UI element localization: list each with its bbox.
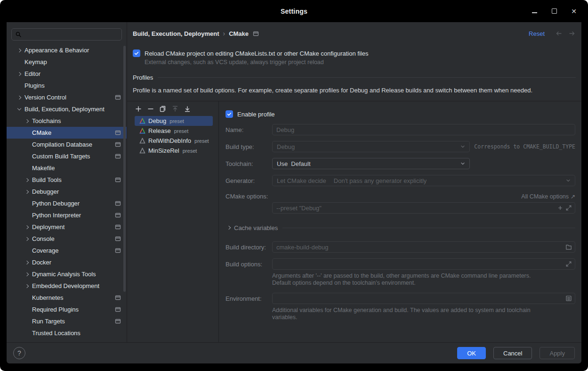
folder-icon[interactable] bbox=[565, 244, 572, 250]
close-button[interactable]: ✕ bbox=[570, 8, 578, 15]
cache-variables-toggle[interactable]: Cache variables bbox=[226, 223, 575, 232]
all-cmake-options-link[interactable]: All CMake options ↗ bbox=[521, 193, 575, 200]
sidebar-item-compilation-database[interactable]: Compilation Database bbox=[7, 139, 127, 150]
build-directory-input[interactable] bbox=[273, 242, 564, 252]
sidebar-item-python-debugger[interactable]: Python Debugger bbox=[7, 198, 127, 209]
chevron-icon[interactable] bbox=[24, 212, 30, 219]
apply-button[interactable]: Apply bbox=[540, 347, 575, 359]
reload-checkbox[interactable] bbox=[133, 49, 140, 57]
copy-profile-button[interactable] bbox=[159, 105, 167, 113]
build-options-input[interactable] bbox=[273, 259, 564, 269]
move-up-button[interactable] bbox=[171, 105, 179, 113]
environment-input[interactable] bbox=[273, 293, 564, 304]
profile-row-minsizerel[interactable]: MinSizeRel preset bbox=[127, 146, 218, 156]
sidebar-item-build-execution-deployment[interactable]: Build, Execution, Deployment bbox=[7, 103, 127, 115]
settings-search-box[interactable] bbox=[11, 28, 122, 41]
nav-back-button[interactable] bbox=[555, 30, 563, 37]
name-input[interactable] bbox=[272, 124, 575, 135]
chevron-icon[interactable] bbox=[16, 82, 23, 89]
minimize-button[interactable] bbox=[531, 8, 538, 15]
chevron-icon[interactable] bbox=[24, 283, 30, 289]
sidebar-item-kubernetes[interactable]: Kubernetes bbox=[7, 292, 127, 304]
toolchain-select[interactable]: Use Default bbox=[272, 158, 470, 169]
chevron-icon[interactable] bbox=[24, 330, 30, 337]
profiles-section-title: Profiles bbox=[133, 74, 153, 81]
sidebar-item-coverage[interactable]: Coverage bbox=[7, 245, 127, 256]
settings-sidebar: Appearance & Behavior Keymap Editor Plug… bbox=[7, 22, 127, 342]
sidebar-item-python-interpreter[interactable]: Python Interpreter bbox=[7, 209, 127, 221]
chevron-icon[interactable] bbox=[24, 165, 30, 172]
breadcrumb-item-cmake[interactable]: CMake bbox=[229, 30, 249, 37]
search-input[interactable] bbox=[24, 31, 118, 39]
settings-badge-icon bbox=[115, 306, 121, 313]
sidebar-item-deployment[interactable]: Deployment bbox=[7, 221, 127, 233]
cmake-options-input[interactable] bbox=[273, 203, 555, 213]
sidebar-item-plugins[interactable]: Plugins bbox=[7, 80, 127, 91]
sidebar-item-build-tools[interactable]: Build Tools bbox=[7, 174, 127, 186]
profile-row-release[interactable]: Release preset bbox=[127, 126, 218, 136]
chevron-icon[interactable] bbox=[16, 94, 23, 101]
chevron-icon[interactable] bbox=[24, 306, 30, 313]
chevron-icon[interactable] bbox=[24, 200, 30, 207]
chevron-icon[interactable] bbox=[24, 153, 30, 160]
remove-profile-button[interactable] bbox=[147, 105, 154, 113]
profile-row-debug[interactable]: Debug preset bbox=[127, 116, 218, 126]
sidebar-item-toolchains[interactable]: Toolchains bbox=[7, 115, 127, 127]
chevron-icon[interactable] bbox=[24, 236, 30, 242]
sidebar-item-embedded-development[interactable]: Embedded Development bbox=[7, 280, 127, 292]
help-button[interactable]: ? bbox=[13, 347, 25, 359]
ok-button[interactable]: OK bbox=[457, 347, 486, 359]
chevron-icon[interactable] bbox=[16, 47, 23, 54]
sidebar-item-version-control[interactable]: Version Control bbox=[7, 91, 127, 103]
chevron-icon[interactable] bbox=[16, 106, 23, 113]
name-label: Name: bbox=[226, 126, 272, 133]
chevron-icon[interactable] bbox=[24, 295, 30, 301]
chevron-icon[interactable] bbox=[24, 259, 30, 266]
sidebar-item-custom-build-targets[interactable]: Custom Build Targets bbox=[7, 150, 127, 162]
sidebar-item-dynamic-analysis-tools[interactable]: Dynamic Analysis Tools bbox=[7, 268, 127, 280]
chevron-icon[interactable] bbox=[24, 224, 30, 231]
chevron-icon[interactable] bbox=[24, 318, 30, 325]
cmake-logo-icon bbox=[139, 118, 145, 124]
maximize-button[interactable] bbox=[550, 8, 558, 15]
generator-select[interactable]: Let CMake decide Don't pass any generato… bbox=[272, 175, 575, 186]
expand-icon[interactable] bbox=[565, 205, 572, 211]
build-type-select[interactable]: Debug bbox=[272, 141, 470, 152]
sidebar-item-console[interactable]: Console bbox=[7, 233, 127, 245]
chevron-icon[interactable] bbox=[24, 247, 30, 254]
profile-row-relwithdebinfo[interactable]: RelWithDebInfo preset bbox=[127, 136, 218, 146]
chevron-icon[interactable] bbox=[24, 271, 30, 278]
sidebar-item-run-targets[interactable]: Run Targets bbox=[7, 315, 127, 327]
enable-profile-checkbox[interactable] bbox=[226, 110, 233, 118]
sidebar-item-trusted-locations[interactable]: Trusted Locations bbox=[7, 327, 127, 339]
sidebar-item-cmake[interactable]: CMake bbox=[7, 127, 127, 139]
sidebar-item-makefile[interactable]: Makefile bbox=[7, 162, 127, 174]
arrow-right-icon bbox=[568, 30, 576, 37]
sidebar-item-appearance-behavior[interactable]: Appearance & Behavior bbox=[7, 44, 127, 56]
chevron-icon[interactable] bbox=[16, 71, 23, 77]
move-down-button[interactable] bbox=[184, 105, 191, 113]
sidebar-item-editor[interactable]: Editor bbox=[7, 68, 127, 80]
cmake-options-label: CMake options: bbox=[226, 193, 272, 200]
chevron-icon[interactable] bbox=[16, 59, 23, 66]
add-profile-button[interactable] bbox=[135, 105, 142, 113]
reset-link[interactable]: Reset bbox=[529, 30, 545, 37]
sidebar-scrollbar[interactable] bbox=[123, 46, 126, 292]
cancel-button[interactable]: Cancel bbox=[493, 347, 532, 359]
chevron-icon[interactable] bbox=[24, 189, 30, 195]
variables-list-icon[interactable] bbox=[565, 295, 572, 302]
sidebar-item-keymap[interactable]: Keymap bbox=[7, 56, 127, 68]
sidebar-item-label: Version Control bbox=[24, 94, 66, 101]
sidebar-item-docker[interactable]: Docker bbox=[7, 256, 127, 268]
sidebar-item-debugger[interactable]: Debugger bbox=[7, 186, 127, 198]
chevron-icon[interactable] bbox=[24, 141, 30, 148]
chevron-icon[interactable] bbox=[24, 177, 30, 183]
build-type-value: Debug bbox=[277, 143, 295, 150]
expand-icon[interactable] bbox=[565, 261, 572, 267]
breadcrumb-item-build-execution-deployment[interactable]: Build, Execution, Deployment bbox=[133, 30, 219, 37]
chevron-icon[interactable] bbox=[24, 118, 30, 124]
chevron-icon[interactable] bbox=[24, 130, 30, 136]
nav-forward-button[interactable] bbox=[568, 30, 576, 37]
add-option-icon[interactable] bbox=[557, 205, 564, 211]
sidebar-item-required-plugins[interactable]: Required Plugins bbox=[7, 304, 127, 315]
